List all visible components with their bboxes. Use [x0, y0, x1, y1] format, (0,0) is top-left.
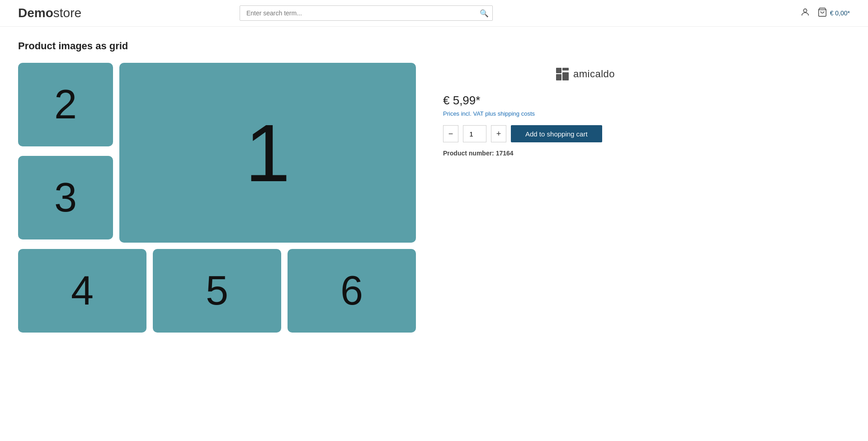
header: Demo store 🔍 € 0,00*: [0, 0, 868, 27]
quantity-decrease-button[interactable]: −: [443, 125, 458, 142]
cart-icon: [817, 7, 827, 19]
product-image-4[interactable]: 4: [18, 249, 146, 333]
add-to-cart-button[interactable]: Add to shopping cart: [511, 125, 602, 142]
image-label-3: 3: [54, 174, 77, 221]
brand-name: amicaldo: [573, 68, 615, 80]
left-panel: Product images as grid 2 1 3 4 5: [18, 40, 416, 333]
image-label-6: 6: [340, 267, 363, 314]
vat-info: Prices incl. VAT plus shipping costs: [443, 110, 615, 117]
plus-icon: +: [496, 129, 501, 139]
svg-rect-2: [556, 68, 561, 73]
logo[interactable]: Demo store: [18, 6, 81, 20]
minus-icon: −: [448, 129, 453, 139]
search-input[interactable]: [240, 5, 493, 21]
product-number-label: Product number:: [443, 150, 494, 157]
search-button[interactable]: 🔍: [476, 5, 493, 21]
product-image-6[interactable]: 6: [288, 249, 416, 333]
brand-logo: amicaldo: [443, 67, 615, 81]
svg-rect-4: [556, 74, 561, 80]
product-image-5[interactable]: 5: [153, 249, 281, 333]
quantity-row: − + Add to shopping cart: [443, 125, 615, 142]
product-number: Product number: 17164: [443, 150, 615, 157]
amicaldo-icon: [556, 67, 570, 81]
product-image-grid: 2 1 3 4 5 6: [18, 63, 416, 333]
user-account-button[interactable]: [800, 7, 810, 19]
quantity-input[interactable]: [463, 125, 486, 142]
product-price: € 5,99*: [443, 94, 615, 108]
logo-bold: Demo: [18, 6, 53, 20]
image-label-2: 2: [54, 81, 77, 128]
svg-rect-5: [562, 72, 569, 80]
image-label-4: 4: [71, 267, 94, 314]
cart-button[interactable]: € 0,00*: [817, 7, 850, 19]
product-image-2[interactable]: 2: [18, 63, 113, 146]
header-actions: € 0,00*: [800, 7, 850, 19]
cart-price: € 0,00*: [830, 9, 850, 17]
product-image-3[interactable]: 3: [18, 156, 113, 239]
right-panel: amicaldo € 5,99* Prices incl. VAT plus s…: [443, 40, 615, 333]
bottom-row: 4 5 6: [18, 249, 416, 333]
svg-point-0: [803, 9, 807, 12]
search-container: 🔍: [240, 5, 493, 21]
user-icon: [800, 7, 810, 19]
product-image-1[interactable]: 1: [119, 63, 416, 243]
main-content: Product images as grid 2 1 3 4 5: [0, 27, 868, 346]
image-label-5: 5: [206, 267, 228, 314]
page-title: Product images as grid: [18, 40, 416, 52]
search-icon: 🔍: [480, 9, 489, 18]
svg-rect-3: [562, 68, 569, 70]
image-label-1: 1: [245, 106, 290, 200]
product-number-value: 17164: [496, 150, 514, 157]
logo-normal: store: [53, 6, 81, 20]
quantity-increase-button[interactable]: +: [491, 125, 506, 142]
